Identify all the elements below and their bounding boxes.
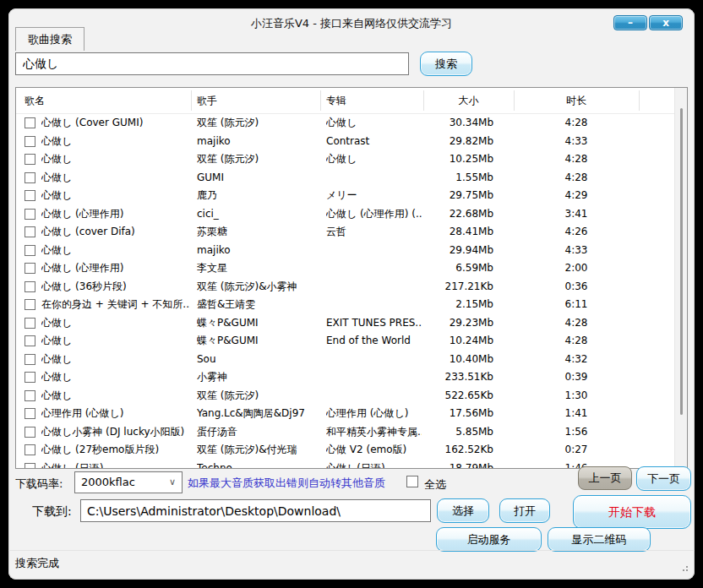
select-all-checkbox[interactable] [406, 476, 418, 487]
search-input[interactable] [15, 52, 409, 75]
table-row[interactable]: 心做し 蝶々P&GUMI End of the World 10.24Mb 4:… [16, 332, 687, 351]
table-row[interactable]: 心做し (Cover GUMI) 双笙 (陈元汐) 心做し 30.34Mb 4:… [16, 114, 687, 133]
row-checkbox[interactable] [25, 354, 35, 365]
start-download-button[interactable]: 开始下载 [573, 495, 691, 529]
row-checkbox[interactable] [25, 136, 35, 147]
resize-grip-icon[interactable] [679, 563, 688, 571]
start-service-button[interactable]: 启动服务 [436, 527, 542, 552]
size-cell: 2.15Mb [405, 296, 493, 314]
bitrate-select[interactable]: 2000kflac ∨ [74, 471, 183, 493]
song-name-cell: 心做し (心理作用) [41, 205, 190, 224]
size-cell: 522.65Kb [405, 387, 493, 406]
header-separator [320, 90, 321, 111]
prev-page-button[interactable]: 上一页 [578, 466, 632, 490]
song-name-cell: 心做し (cover Difa) [41, 223, 190, 242]
title-bar[interactable]: 小汪音乐V4 - 接口来自网络仅供交流学习 – x [8, 8, 695, 39]
size-cell: 18.79Mb [405, 460, 493, 470]
next-page-button[interactable]: 下一页 [636, 466, 691, 491]
column-header-album[interactable]: 专辑 [326, 88, 346, 113]
row-checkbox[interactable] [25, 408, 35, 419]
header-separator [423, 90, 424, 111]
artist-cell: 双笙 (陈元汐) [197, 150, 319, 169]
row-checkbox[interactable] [25, 318, 35, 329]
artist-cell: 李文星 [197, 259, 319, 278]
artist-cell: 双笙 (陈元汐)&付光瑞 [197, 441, 319, 460]
bitrate-value: 2000kflac [81, 476, 135, 488]
tab-label: 歌曲搜索 [28, 33, 72, 46]
row-checkbox[interactable] [25, 117, 35, 128]
artist-cell: 苏栗糖 [197, 223, 319, 242]
row-checkbox[interactable] [25, 263, 35, 274]
vertical-scrollbar[interactable] [674, 88, 687, 468]
choose-button[interactable]: 选择 [437, 498, 489, 523]
song-name-cell: 心做し (日语) [41, 460, 190, 470]
artist-cell: majiko [197, 242, 319, 260]
song-name-cell: 心做し [41, 242, 190, 260]
chevron-down-icon: ∨ [169, 472, 176, 493]
column-header-duration[interactable]: 时长 [514, 88, 639, 113]
tab-song-search[interactable]: 歌曲搜索 [15, 27, 84, 51]
table-row[interactable]: 心做し (cover Difa) 苏栗糖 云哲 28.41Mb 4:26 [16, 223, 687, 242]
table-row[interactable]: 心做し majiko 29.94Mb 4:33 [16, 242, 687, 260]
table-row[interactable]: 心做し 双笙 (陈元汐) 心做し 10.25Mb 4:28 [16, 150, 687, 169]
duration-cell: 6:11 [514, 296, 639, 314]
table-row[interactable]: 心做し 鹿乃 メリー 29.75Mb 4:29 [16, 187, 687, 205]
artist-cell: 鹿乃 [197, 187, 319, 205]
row-checkbox[interactable] [25, 463, 35, 470]
size-cell: 10.25Mb [405, 150, 493, 169]
table-row[interactable]: 心做し majiko Contrast 29.82Mb 4:33 [16, 133, 687, 151]
close-icon: x [662, 17, 669, 29]
download-path-input[interactable] [80, 499, 431, 522]
row-checkbox[interactable] [25, 209, 35, 220]
duration-cell: 4:28 [514, 169, 639, 188]
row-checkbox[interactable] [25, 427, 35, 438]
column-header-name[interactable]: 歌名 [25, 88, 45, 113]
artist-cell: 双笙 (陈元汐) [197, 114, 319, 133]
row-checkbox[interactable] [25, 226, 35, 237]
scrollbar-thumb[interactable] [680, 108, 683, 415]
row-checkbox[interactable] [25, 390, 35, 401]
duration-cell: 4:29 [514, 187, 639, 205]
row-checkbox[interactable] [25, 281, 35, 292]
app-window: 小汪音乐V4 - 接口来自网络仅供交流学习 – x 歌曲搜索 搜索 歌名 歌手 … [8, 8, 695, 580]
song-name-cell: 心做し (27秒emo版片段) [41, 441, 190, 460]
row-checkbox[interactable] [25, 154, 35, 165]
table-row[interactable]: 心做し (心理作用) cici_ 心做し (心理作用) (... 22.68Mb… [16, 205, 687, 224]
table-row[interactable]: 心做し GUMI 1.55Mb 4:28 [16, 169, 687, 188]
header-separator [191, 90, 192, 111]
table-row[interactable]: 心做し 双笙 (陈元汐) 522.65Kb 1:30 [16, 387, 687, 406]
size-cell: 30.34Mb [405, 114, 493, 133]
download-to-label: 下载到: [32, 504, 72, 520]
close-button[interactable]: x [649, 15, 683, 30]
row-checkbox[interactable] [25, 335, 35, 346]
table-row[interactable]: 在你的身边 + 关键词 + 不知所... 盛哲&王靖雯 2.15Mb 6:11 [16, 296, 687, 314]
song-name-cell: 心做し [41, 314, 190, 333]
duration-cell: 4:28 [514, 114, 639, 133]
show-qr-button[interactable]: 显示二维码 [548, 527, 651, 552]
table-row[interactable]: 心做し (心理作用) 李文星 6.59Mb 2:00 [16, 259, 687, 278]
search-button[interactable]: 搜索 [420, 52, 472, 76]
table-row[interactable]: 心做し 蝶々P&GUMI EXIT TUNES PRES... 29.23Mb … [16, 314, 687, 333]
minimize-button[interactable]: – [613, 15, 647, 30]
table-row[interactable]: 心做し (27秒emo版片段) 双笙 (陈元汐)&付光瑞 心做 V2 (emo版… [16, 441, 687, 460]
artist-cell: 双笙 (陈元汐)&小雾神 [197, 278, 319, 297]
row-checkbox[interactable] [25, 299, 35, 310]
column-header-artist[interactable]: 歌手 [197, 88, 217, 113]
table-row[interactable]: 心做し (36秒片段) 双笙 (陈元汐)&小雾神 217.21Kb 0:36 [16, 278, 687, 297]
row-checkbox[interactable] [25, 172, 35, 183]
open-button[interactable]: 打开 [499, 498, 550, 523]
row-checkbox[interactable] [25, 190, 35, 201]
column-header-size[interactable]: 大小 [423, 88, 514, 113]
table-row[interactable]: 心理作用 (心做し) Yang.Lc&陶陶居&Dj97 心理作用 (心做し) 1… [16, 405, 687, 423]
artist-cell: 双笙 (陈元汐) [197, 387, 319, 406]
table-row[interactable]: 心做し 小雾神 233.51Kb 0:39 [16, 368, 687, 387]
artist-cell: 小雾神 [197, 368, 319, 387]
table-row[interactable]: 心做し Sou 10.40Mb 4:32 [16, 351, 687, 369]
row-checkbox[interactable] [25, 372, 35, 383]
bitrate-label: 下载码率: [15, 476, 63, 492]
statusbar-divider [8, 550, 695, 551]
row-checkbox[interactable] [25, 444, 35, 455]
table-row[interactable]: 心做し小雾神 (DJ lucky小阳版) 蛋仔汤音 和平精英小雾神专属... 5… [16, 423, 687, 442]
select-all-label: 全选 [424, 477, 446, 493]
row-checkbox[interactable] [25, 245, 35, 256]
